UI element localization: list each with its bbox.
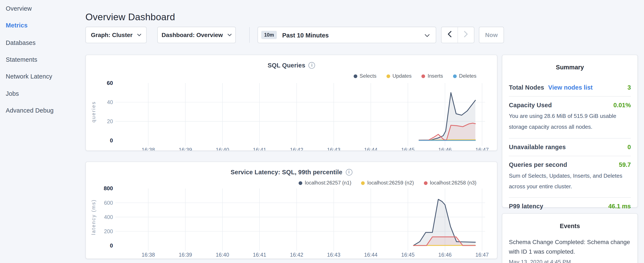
view-nodes-list-link[interactable]: View nodes list [548, 84, 593, 91]
x-tick-label: 16:45 [401, 252, 414, 258]
events-title: Events [509, 219, 631, 232]
dashboard-dropdown[interactable]: Dashboard: Overview [157, 27, 236, 43]
events-list: Schema Change Completed: Schema change w… [509, 238, 631, 263]
x-tick-label: 16:44 [364, 147, 378, 150]
x-tick-label: 16:43 [327, 252, 340, 258]
now-button-label: Now [485, 32, 498, 38]
sidebar-item-databases[interactable]: Databases [0, 34, 80, 51]
x-tick-label: 16:38 [142, 252, 155, 258]
summary-row-queries-per-second: Queries per second59.7Sum of Selects, Up… [509, 156, 631, 197]
chevron-right-icon [464, 31, 468, 39]
y-tick-label: 20 [107, 118, 113, 124]
y-tick-label: 800 [104, 185, 113, 191]
sidebar-item-metrics[interactable]: Metrics [0, 17, 80, 34]
summary-row-description: You are using 28.6 MiB of 515.9 GiB usab… [509, 111, 631, 133]
x-tick-label: 16:42 [290, 147, 304, 150]
time-range-badge: 10m [261, 31, 277, 39]
chevron-left-icon [447, 31, 452, 39]
sidebar-item-statements[interactable]: Statements [0, 51, 80, 68]
summary-row-value: 0 [628, 143, 631, 150]
y-tick-label: 0 [110, 242, 113, 249]
summary-row-label: Capacity Used [509, 102, 552, 109]
sql-queries-chart-card: SQL Queries i SelectsUpdatesInsertsDelet… [86, 55, 498, 151]
toolbar-divider [250, 27, 250, 43]
events-panel: Events Schema Change Completed: Schema c… [502, 213, 638, 263]
page-title: Overview Dashboard [86, 12, 175, 23]
time-range-selector[interactable]: 10m Past 10 Minutes [258, 27, 436, 43]
sidebar-nav-list: OverviewMetricsDatabasesStatementsNetwor… [0, 0, 80, 119]
time-step-buttons [441, 27, 474, 43]
x-tick-label: 16:47 [476, 147, 489, 150]
next-time-button[interactable] [458, 27, 474, 43]
now-button[interactable]: Now [479, 27, 504, 43]
y-tick-label: 400 [104, 214, 113, 220]
summary-rows: Total NodesView nodes list3Capacity Used… [509, 79, 631, 215]
summary-row-label: Queries per second [509, 161, 567, 168]
x-tick-label: 16:40 [216, 147, 229, 150]
x-tick-label: 16:44 [364, 252, 378, 258]
summary-title: Summary [509, 60, 631, 79]
summary-row-value: 59.7 [619, 161, 631, 168]
y-tick-label: 0 [110, 137, 113, 144]
previous-time-button[interactable] [442, 27, 458, 43]
y-axis-title: latency (ms) [91, 199, 96, 235]
summary-row-label: P99 latency [509, 203, 544, 210]
summary-row-value: 0.01% [614, 102, 631, 109]
event-message: Schema Change Completed: Schema change w… [509, 238, 631, 257]
graph-dropdown-label: Graph: Cluster [91, 32, 132, 38]
sidebar-item-jobs[interactable]: Jobs [0, 85, 80, 102]
summary-row-capacity-used: Capacity Used0.01%You are using 28.6 MiB… [509, 96, 631, 138]
x-tick-label: 16:39 [178, 252, 192, 258]
summary-row-value: 46.1 ms [608, 203, 631, 210]
summary-row-p99-latency: P99 latency46.1 ms [509, 197, 631, 215]
summary-row-label: Total Nodes [509, 84, 544, 91]
x-tick-label: 16:41 [253, 252, 266, 258]
dashboard-dropdown-label: Dashboard: Overview [162, 32, 223, 38]
x-tick-label: 16:47 [476, 252, 489, 258]
y-axis-title: queries [91, 101, 96, 122]
service-latency-chart-plot[interactable]: 020040060080016:3816:3916:4016:4116:4216… [86, 162, 497, 258]
series-areas [414, 199, 476, 246]
sql-queries-chart-plot[interactable]: 020406016:3816:3916:4016:4116:4216:4316:… [86, 55, 497, 150]
sidebar-item-network-latency[interactable]: Network Latency [0, 68, 80, 85]
x-tick-label: 16:39 [178, 147, 192, 150]
gridlines [116, 83, 485, 146]
summary-row-label: Unavailable ranges [509, 143, 566, 150]
x-tick-label: 16:42 [290, 252, 304, 258]
sidebar-item-overview[interactable]: Overview [0, 0, 80, 17]
x-tick-label: 16:43 [327, 147, 340, 150]
x-tick-label: 16:46 [438, 252, 452, 258]
sidebar: OverviewMetricsDatabasesStatementsNetwor… [0, 0, 80, 263]
x-tick-label: 16:41 [253, 147, 266, 150]
y-tick-label: 200 [104, 228, 113, 234]
overview-dashboard-page: OverviewMetricsDatabasesStatementsNetwor… [0, 0, 644, 263]
x-tick-label: 16:40 [216, 252, 229, 258]
service-latency-chart-card: Service Latency: SQL, 99th percentile i … [86, 161, 498, 259]
graph-dropdown[interactable]: Graph: Cluster [86, 27, 147, 43]
x-tick-label: 16:45 [401, 147, 414, 150]
summary-row-unavailable-ranges: Unavailable ranges0 [509, 138, 631, 156]
chevron-down-icon [424, 31, 430, 39]
summary-row-description: Sum of Selects, Updates, Inserts, and De… [509, 170, 631, 192]
y-tick-label: 600 [104, 200, 113, 206]
time-range-label: Past 10 Minutes [282, 32, 329, 39]
y-tick-label: 40 [107, 99, 113, 105]
event-timestamp: May 13, 2020 at 4:45 PM [509, 259, 631, 263]
chevron-down-icon [137, 34, 141, 36]
x-tick-label: 16:38 [142, 147, 155, 150]
y-tick-label: 60 [107, 80, 113, 86]
chevron-down-icon [227, 34, 231, 36]
summary-panel: Summary Total NodesView nodes list3Capac… [502, 55, 638, 208]
sidebar-item-advanced-debug[interactable]: Advanced Debug [0, 102, 80, 119]
series-areas [419, 93, 476, 140]
axis-labels: 020040060080016:3816:3916:4016:4116:4216… [91, 185, 489, 258]
x-tick-label: 16:46 [438, 147, 452, 150]
summary-row-value: 3 [628, 84, 631, 91]
summary-row-total-nodes: Total NodesView nodes list3 [509, 79, 631, 96]
